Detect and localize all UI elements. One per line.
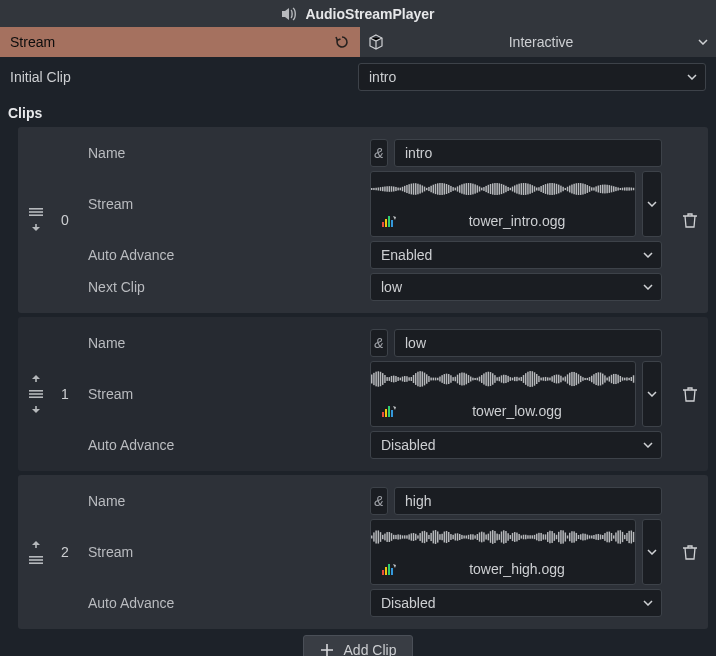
add-clip-label: Add Clip [344,642,397,656]
svg-rect-155 [419,371,420,387]
stream-dropdown-button[interactable] [642,361,662,427]
clip-name-input[interactable]: intro [394,139,662,167]
drag-handle-icon[interactable] [29,207,43,217]
audio-file-icon [381,562,397,576]
clip-name-value: intro [405,145,432,161]
clip-stream-field[interactable]: tower_high.ogg [370,519,636,585]
svg-rect-378 [628,531,629,543]
string-name-toggle[interactable]: & [370,329,388,357]
drag-handle-icon[interactable] [29,555,43,565]
stream-type-value: Interactive [384,34,698,50]
clip-name-label: Name [80,145,370,161]
clip-name-input[interactable]: high [394,487,662,515]
svg-rect-37 [444,183,445,194]
string-name-toggle[interactable]: & [370,139,388,167]
svg-rect-28 [424,187,425,192]
drag-handle-icon[interactable] [29,389,43,399]
svg-rect-50 [472,184,473,195]
svg-rect-35 [439,183,440,195]
auto-advance-value: Disabled [381,595,435,611]
svg-rect-363 [595,534,596,539]
svg-rect-206 [532,371,533,387]
svg-rect-264 [378,530,379,543]
next-clip-label: Next Clip [80,279,370,295]
stream-resource-field[interactable]: Interactive [360,27,716,57]
clip-index: 1 [54,317,76,471]
svg-rect-220 [562,377,563,380]
svg-rect-263 [375,530,376,543]
svg-rect-125 [385,219,387,227]
svg-rect-68 [512,187,513,192]
svg-rect-367 [604,533,605,541]
svg-rect-229 [582,377,583,381]
clip-stream-field[interactable]: tower_intro.ogg [370,171,636,237]
svg-rect-38 [446,184,447,194]
svg-rect-355 [578,535,579,539]
svg-rect-342 [549,531,550,544]
svg-rect-207 [534,372,535,385]
svg-rect-345 [556,535,557,539]
stream-dropdown-button[interactable] [642,519,662,585]
svg-rect-198 [514,377,515,381]
svg-rect-147 [402,377,403,382]
svg-rect-152 [413,375,414,383]
svg-rect-150 [408,377,409,380]
svg-rect-108 [600,185,601,193]
next-clip-dropdown[interactable]: low [370,273,662,301]
delete-clip-button[interactable] [672,475,708,629]
auto-advance-dropdown[interactable]: Enabled [370,241,662,269]
svg-rect-24 [415,183,416,195]
svg-rect-366 [602,535,603,539]
auto-advance-dropdown[interactable]: Disabled [370,431,662,459]
svg-rect-144 [395,376,396,382]
svg-rect-140 [386,377,387,381]
svg-rect-171 [455,377,456,382]
svg-rect-331 [525,535,526,540]
svg-rect-253 [382,412,384,417]
clip-name-input[interactable]: low [394,329,662,357]
svg-rect-172 [457,375,458,384]
svg-rect-11 [386,186,387,191]
plus-icon [320,643,334,656]
svg-rect-5 [373,188,374,190]
svg-rect-352 [571,531,572,543]
revert-icon[interactable] [334,34,350,50]
svg-rect-32 [433,185,434,194]
svg-rect-217 [556,375,557,384]
move-up-icon[interactable] [30,539,42,549]
svg-rect-191 [499,377,500,381]
svg-rect-194 [505,375,506,383]
svg-rect-237 [600,373,601,386]
svg-rect-339 [543,534,544,539]
svg-rect-121 [628,187,629,190]
clip-stream-row: Stream tower_intro.ogg [80,171,668,237]
clip-stream-label: Stream [80,544,370,560]
svg-rect-92 [565,188,566,190]
svg-rect-250 [628,378,629,380]
delete-clip-button[interactable] [672,317,708,471]
svg-rect-40 [450,186,451,192]
svg-rect-131 [29,396,43,398]
chevron-down-icon [643,600,653,606]
initial-clip-dropdown[interactable]: intro [358,63,706,91]
move-up-icon[interactable] [30,373,42,383]
svg-rect-105 [593,187,594,190]
auto-advance-dropdown[interactable]: Disabled [370,589,662,617]
stream-dropdown-button[interactable] [642,171,662,237]
delete-clip-button[interactable] [672,127,708,313]
svg-rect-303 [463,535,464,538]
svg-rect-314 [488,534,489,541]
svg-rect-252 [633,375,634,382]
add-clip-button[interactable]: Add Clip [303,635,414,656]
svg-rect-139 [384,375,385,383]
svg-rect-158 [426,374,427,383]
move-down-icon[interactable] [30,223,42,233]
clip-stream-field[interactable]: tower_low.ogg [370,361,636,427]
svg-rect-84 [547,183,548,194]
auto-advance-row: Auto Advance Enabled [80,241,668,269]
svg-rect-323 [507,533,508,541]
string-name-toggle[interactable]: & [370,487,388,515]
move-down-icon[interactable] [30,405,42,415]
clip-stream-file: tower_intro.ogg [409,213,625,229]
svg-rect-295 [446,531,447,543]
